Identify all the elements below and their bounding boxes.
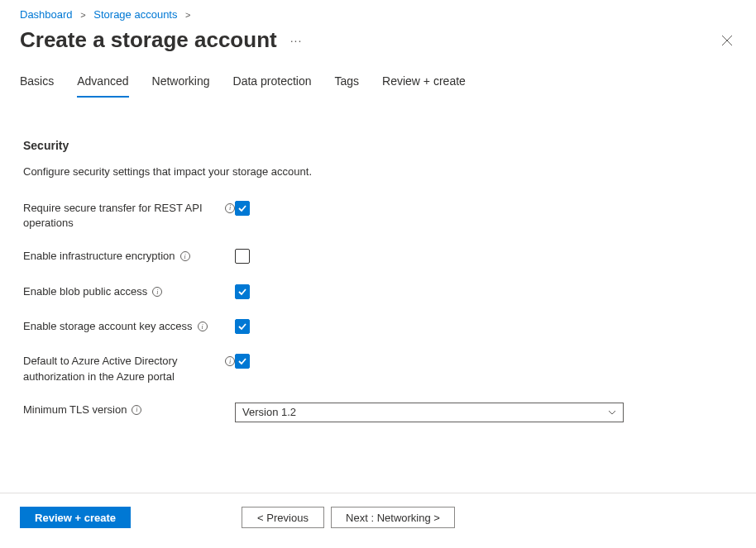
select-min-tls[interactable]: Version 1.2 bbox=[235, 403, 624, 422]
tab-tags[interactable]: Tags bbox=[335, 68, 360, 98]
chevron-down-icon bbox=[608, 408, 616, 417]
chevron-right-icon: > bbox=[185, 10, 190, 20]
review-create-button[interactable]: Review + create bbox=[20, 507, 131, 528]
checkbox-key-access[interactable] bbox=[235, 319, 250, 334]
field-label: Enable storage account key access bbox=[23, 319, 193, 334]
field-key-access: Enable storage account key access i bbox=[23, 319, 736, 336]
previous-button[interactable]: < Previous bbox=[242, 507, 324, 528]
close-icon[interactable] bbox=[718, 31, 736, 50]
field-blob-public: Enable blob public access i bbox=[23, 284, 736, 301]
info-icon[interactable]: i bbox=[132, 405, 141, 415]
info-icon[interactable]: i bbox=[180, 251, 190, 261]
page-title: Create a storage account bbox=[20, 27, 277, 53]
field-label: Default to Azure Active Directory author… bbox=[23, 354, 220, 384]
field-aad-default: Default to Azure Active Directory author… bbox=[23, 354, 736, 384]
tab-advanced[interactable]: Advanced bbox=[77, 68, 128, 98]
tab-review-create[interactable]: Review + create bbox=[382, 68, 466, 98]
tabs: Basics Advanced Networking Data protecti… bbox=[0, 68, 756, 98]
form-scroll-area[interactable]: Security Configure security settings tha… bbox=[0, 116, 756, 484]
field-label: Enable infrastructure encryption bbox=[23, 249, 175, 264]
breadcrumb-link-dashboard[interactable]: Dashboard bbox=[20, 8, 73, 21]
section-heading-security: Security bbox=[23, 139, 736, 152]
next-button[interactable]: Next : Networking > bbox=[331, 507, 455, 528]
breadcrumb-link-storage-accounts[interactable]: Storage accounts bbox=[93, 8, 177, 21]
footer: Review + create < Previous Next : Networ… bbox=[0, 493, 756, 548]
checkbox-aad-default[interactable] bbox=[235, 354, 250, 369]
field-label: Require secure transfer for REST API ope… bbox=[23, 201, 220, 231]
field-infra-encryption: Enable infrastructure encryption i bbox=[23, 249, 736, 266]
field-secure-transfer: Require secure transfer for REST API ope… bbox=[23, 201, 736, 231]
checkbox-blob-public[interactable] bbox=[235, 284, 250, 299]
field-min-tls: Minimum TLS version i Version 1.2 bbox=[23, 403, 736, 422]
info-icon[interactable]: i bbox=[225, 203, 235, 213]
field-label: Enable blob public access bbox=[23, 284, 147, 299]
tab-data-protection[interactable]: Data protection bbox=[233, 68, 312, 98]
tab-basics[interactable]: Basics bbox=[20, 68, 54, 98]
section-description: Configure security settings that impact … bbox=[23, 165, 736, 178]
field-label: Minimum TLS version bbox=[23, 403, 127, 417]
select-value: Version 1.2 bbox=[242, 406, 296, 418]
breadcrumb: Dashboard > Storage accounts > bbox=[0, 0, 756, 26]
info-icon[interactable]: i bbox=[152, 287, 162, 297]
title-row: Create a storage account ··· bbox=[0, 26, 756, 68]
chevron-right-icon: > bbox=[80, 10, 85, 20]
tab-networking[interactable]: Networking bbox=[152, 68, 210, 98]
checkbox-secure-transfer[interactable] bbox=[235, 201, 250, 216]
checkbox-infra-encryption[interactable] bbox=[235, 249, 250, 264]
more-icon[interactable]: ··· bbox=[290, 34, 303, 47]
info-icon[interactable]: i bbox=[225, 356, 235, 366]
info-icon[interactable]: i bbox=[198, 322, 208, 331]
